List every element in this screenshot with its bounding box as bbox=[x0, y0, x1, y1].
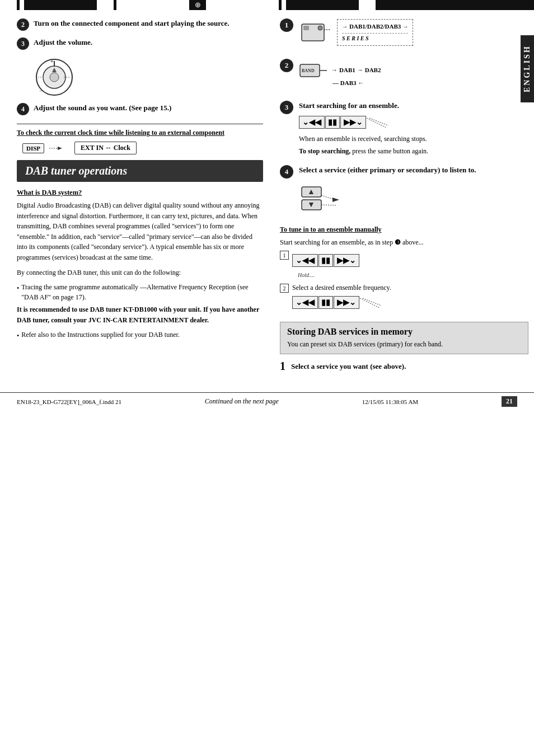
svg-point-13 bbox=[318, 26, 322, 30]
step3-text: Adjust the volume. bbox=[34, 37, 92, 48]
tune-prev-btn2[interactable]: ⌄◀◀ bbox=[292, 296, 318, 309]
tune-sub-step1-num: 1 bbox=[280, 251, 289, 260]
step-ref-bold: ❸ bbox=[395, 238, 401, 246]
svg-line-27 bbox=[360, 298, 380, 308]
updown-svg: ▲ ▼ bbox=[299, 184, 344, 212]
select-service-text: Select a service (either primary or seco… bbox=[299, 165, 528, 175]
right-step3-content: Start searching for an ensemble. ⌄◀◀ ▮▮ … bbox=[299, 101, 528, 156]
svg-rect-12 bbox=[303, 26, 309, 30]
storing-dab-box: Storing DAB services in memory You can p… bbox=[280, 322, 528, 354]
svg-point-2 bbox=[50, 73, 59, 82]
step4-circle: 4 bbox=[17, 103, 29, 115]
ext-in-clock-box: EXT IN ↔ Clock bbox=[74, 142, 137, 154]
page-container: ⊕ 2 Turn on the connected component and … bbox=[0, 0, 534, 756]
storing-step1: 1 Select a service you want (see above). bbox=[280, 360, 528, 373]
to-stop-rest: press the same button again. bbox=[352, 147, 428, 155]
english-sidebar-label: ENGLISH bbox=[521, 35, 534, 102]
tune-prev-btn[interactable]: ⌄◀◀ bbox=[292, 254, 318, 267]
footer-bar: EN18-23_KD-G722[EY]_006A_f.indd 21 Conti… bbox=[0, 392, 534, 410]
to-stop-bold: To stop searching, bbox=[299, 147, 350, 155]
band-row2: — DAB3 ← bbox=[332, 79, 528, 86]
tune-pause-btn[interactable]: ▮▮ bbox=[318, 254, 333, 267]
tune-next-btn2[interactable]: ▶▶⌄ bbox=[334, 296, 359, 309]
top-bar: ⊕ bbox=[0, 0, 534, 10]
storing-step1-text: Select a service you want (see above). bbox=[291, 362, 406, 371]
tune-manually-intro: Start searching for an ensemble, as in s… bbox=[280, 237, 528, 247]
tune-sub-step1: 1 ⌄◀◀ ▮▮ ▶▶⌄ Hold.... bbox=[280, 251, 528, 279]
right-step3: 3 Start searching for an ensemble. ⌄◀◀ ▮… bbox=[280, 101, 528, 156]
bullet2-text: Refer also to the Instructions supplied … bbox=[21, 330, 180, 340]
svg-line-18 bbox=[367, 118, 386, 128]
svg-marker-10 bbox=[58, 147, 62, 150]
bullet-dot-2: • bbox=[17, 331, 19, 341]
svg-line-25 bbox=[321, 205, 337, 205]
step2-circle: 2 bbox=[17, 18, 29, 31]
svg-line-28 bbox=[363, 298, 381, 306]
page-number: 21 bbox=[502, 396, 517, 407]
bullet1-text: Tracing the same programme automatically… bbox=[21, 282, 263, 302]
what-is-dab-title: What is DAB system? bbox=[17, 189, 263, 197]
disp-group: DISP bbox=[22, 143, 63, 154]
right-step3-text: Start searching for an ensemble. bbox=[299, 101, 528, 111]
knob-illustration: + − bbox=[34, 57, 76, 98]
tune-nav-row2: ⌄◀◀ ▮▮ ▶▶⌄ bbox=[292, 295, 391, 309]
step1-diagram: → DAB1/DAB2/DAB3 → S E R I E S bbox=[299, 18, 528, 46]
search-desc1: When an ensemble is received, searching … bbox=[299, 134, 528, 144]
right-step1-content: → DAB1/DAB2/DAB3 → S E R I E S bbox=[299, 18, 528, 50]
bullet-dot-1: • bbox=[17, 283, 19, 293]
device-icon bbox=[299, 18, 332, 46]
up-down-group: ▲ ▼ bbox=[299, 184, 344, 212]
step2-item: 2 Turn on the connected component and st… bbox=[17, 18, 263, 31]
pause-button[interactable]: ▮▮ bbox=[325, 116, 340, 129]
band-diagram: BAND → DAB1 → DAB2 — DAB3 ← bbox=[299, 62, 528, 86]
continued-text: Continued on the next page bbox=[205, 397, 279, 406]
right-step4-circle: 4 bbox=[280, 165, 293, 179]
clock-disp-row: DISP EXT IN ↔ Clock bbox=[22, 142, 263, 154]
knob-svg: + − bbox=[34, 57, 76, 98]
step4-item: 4 Adjust the sound as you want. (See pag… bbox=[17, 103, 263, 115]
dab-para2: By connecting the DAB tuner, this unit c… bbox=[17, 267, 263, 278]
cursor-lines-svg bbox=[367, 115, 389, 129]
right-step2-content: BAND → DAB1 → DAB2 — DAB3 ← bbox=[299, 59, 528, 92]
right-step3-circle: 3 bbox=[280, 101, 293, 114]
right-column: ENGLISH 1 bbox=[274, 13, 534, 378]
dab-bold-text: It is recommended to use DAB tuner KT-DB… bbox=[17, 304, 263, 325]
band-row1: BAND → DAB1 → DAB2 bbox=[299, 62, 528, 78]
svg-text:+: + bbox=[50, 58, 54, 64]
right-step1-circle: 1 bbox=[280, 18, 293, 32]
storing-dab-title: Storing DAB services in memory bbox=[287, 327, 521, 337]
footer-file: EN18-23_KD-G722[EY]_006A_f.indd 21 bbox=[17, 398, 121, 405]
tune-nav-row1: ⌄◀◀ ▮▮ ▶▶⌄ bbox=[292, 254, 359, 267]
svg-text:▲: ▲ bbox=[307, 187, 315, 196]
tune-next-btn[interactable]: ▶▶⌄ bbox=[334, 254, 359, 267]
left-column: 2 Turn on the connected component and st… bbox=[0, 13, 274, 378]
right-step2-circle: 2 bbox=[280, 59, 293, 72]
svg-text:▼: ▼ bbox=[307, 200, 315, 209]
right-step2: 2 BAND → DAB1 bbox=[280, 59, 528, 92]
storing-dab-desc: You can preset six DAB services (primary… bbox=[287, 339, 521, 349]
device-svg bbox=[299, 18, 332, 46]
prev-button[interactable]: ⌄◀◀ bbox=[299, 116, 325, 129]
tune-sub-step1-content: ⌄◀◀ ▮▮ ▶▶⌄ Hold.... bbox=[292, 251, 359, 279]
svg-marker-26 bbox=[332, 198, 339, 202]
tune-sub-step2-content: Select a desired ensemble frequency. ⌄◀◀… bbox=[292, 284, 391, 313]
clock-section: To check the current clock time while li… bbox=[17, 124, 263, 154]
disp-button[interactable]: DISP bbox=[22, 143, 44, 153]
tune-sub-step2: 2 Select a desired ensemble frequency. ⌄… bbox=[280, 284, 528, 313]
hold-label-box: Hold.... bbox=[298, 270, 359, 279]
tune-sub-step2-num: 2 bbox=[280, 284, 289, 293]
next-button[interactable]: ▶▶⌄ bbox=[340, 116, 366, 129]
step4-text: Adjust the sound as you want. (See page … bbox=[34, 103, 171, 113]
svg-line-19 bbox=[369, 118, 388, 125]
svg-text:BAND: BAND bbox=[302, 68, 315, 73]
dab-para1: Digital Audio Broadcasting (DAB) can del… bbox=[17, 200, 263, 263]
dab-header: DAB tuner operations bbox=[17, 160, 263, 182]
select-ensemble-text: Select a desired ensemble frequency. bbox=[292, 284, 391, 292]
right-step4: 4 Select a service (either primary or se… bbox=[280, 165, 528, 217]
tune-pause-btn2[interactable]: ▮▮ bbox=[318, 296, 333, 309]
bullet1: • Tracing the same programme automatical… bbox=[17, 282, 263, 302]
band-device-svg: BAND bbox=[299, 62, 330, 78]
right-step1: 1 bbox=[280, 18, 528, 50]
step3-item: 3 Adjust the volume. bbox=[17, 37, 263, 50]
search-nav-row: ⌄◀◀ ▮▮ ▶▶⌄ bbox=[299, 115, 528, 129]
